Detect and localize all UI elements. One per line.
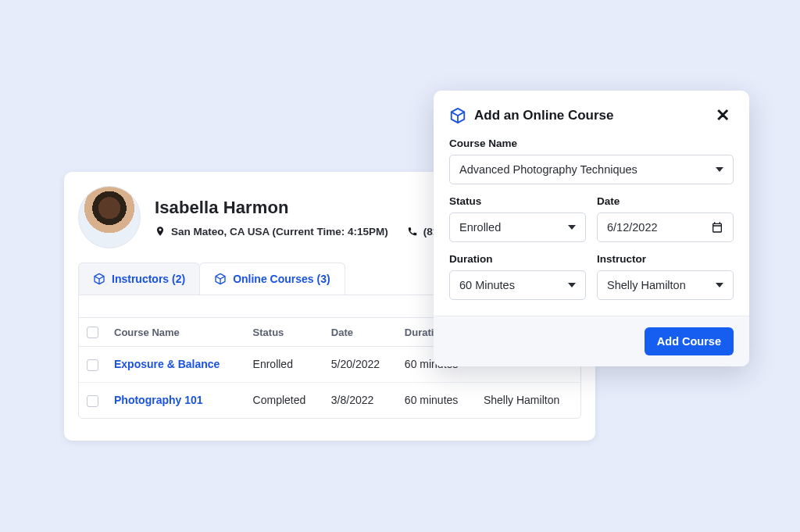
label-status: Status [449, 195, 586, 207]
course-name-select[interactable]: Advanced Photography Techniques [449, 155, 734, 184]
tab-online-courses-label: Online Courses (3) [233, 273, 330, 285]
duration-value: 60 Minutes [459, 279, 515, 291]
label-course-name: Course Name [449, 137, 734, 149]
tab-instructors[interactable]: Instructors (2) [78, 262, 200, 295]
status-value: Enrolled [459, 221, 501, 234]
col-course-name: Course Name [106, 318, 245, 347]
label-duration: Duration [449, 253, 586, 265]
avatar [78, 186, 141, 248]
field-date: Date 6/12/2022 [597, 195, 734, 242]
tab-instructors-label: Instructors (2) [112, 273, 185, 285]
add-course-dialog: Add an Online Course ✕ Course Name Advan… [434, 91, 749, 366]
close-button[interactable]: ✕ [712, 105, 734, 127]
profile-meta: San Mateo, CA USA (Current Time: 4:15PM)… [155, 226, 457, 237]
cell-status: Enrolled [245, 347, 323, 383]
profile-location: San Mateo, CA USA (Current Time: 4:15PM) [155, 226, 388, 237]
course-link[interactable]: Exposure & Balance [114, 358, 220, 370]
cube-icon [449, 107, 466, 124]
field-duration: Duration 60 Minutes [449, 253, 586, 300]
calendar-icon [711, 221, 723, 234]
dialog-body: Course Name Advanced Photography Techniq… [434, 130, 749, 316]
cell-duration: 60 minutes [397, 382, 476, 417]
field-instructor: Instructor Shelly Hamilton [597, 253, 734, 300]
chevron-down-icon [716, 283, 723, 287]
row-checkbox[interactable] [87, 359, 98, 371]
cube-icon [214, 273, 227, 285]
table-row: Photography 101 Completed 3/8/2022 60 mi… [79, 382, 580, 417]
cell-status: Completed [245, 382, 323, 417]
close-icon: ✕ [716, 107, 730, 124]
profile-info: Isabella Harmon San Mateo, CA USA (Curre… [155, 198, 457, 237]
select-all-checkbox[interactable] [87, 327, 98, 338]
course-name-value: Advanced Photography Techniques [459, 163, 638, 176]
instructor-select[interactable]: Shelly Hamilton [597, 270, 734, 300]
status-select[interactable]: Enrolled [449, 212, 586, 242]
col-date: Date [323, 318, 397, 347]
cell-date: 5/20/2022 [323, 347, 397, 383]
label-date: Date [597, 195, 734, 207]
chevron-down-icon [568, 283, 576, 287]
date-input[interactable]: 6/12/2022 [597, 212, 734, 242]
dialog-title: Add an Online Course [474, 108, 704, 123]
tab-online-courses[interactable]: Online Courses (3) [199, 262, 345, 295]
chevron-down-icon [568, 225, 576, 230]
date-value: 6/12/2022 [607, 221, 658, 234]
dialog-footer: Add Course [434, 316, 749, 366]
location-pin-icon [155, 226, 166, 237]
profile-name: Isabella Harmon [155, 198, 457, 218]
field-course-name: Course Name Advanced Photography Techniq… [449, 137, 734, 184]
instructor-value: Shelly Hamilton [607, 279, 686, 291]
col-checkbox [79, 318, 106, 347]
cell-instructor: Shelly Hamilton [476, 382, 580, 417]
profile-location-text: San Mateo, CA USA (Current Time: 4:15PM) [171, 226, 388, 237]
chevron-down-icon [716, 167, 723, 172]
cube-icon [93, 273, 105, 285]
dialog-header: Add an Online Course ✕ [434, 91, 749, 130]
row-checkbox[interactable] [87, 395, 98, 407]
course-link[interactable]: Photography 101 [114, 394, 203, 406]
duration-select[interactable]: 60 Minutes [449, 270, 586, 300]
cell-date: 3/8/2022 [323, 382, 397, 417]
phone-icon [407, 226, 418, 237]
label-instructor: Instructor [597, 253, 734, 265]
col-status: Status [245, 318, 323, 347]
field-status: Status Enrolled [449, 195, 586, 242]
add-course-button[interactable]: Add Course [645, 327, 734, 355]
